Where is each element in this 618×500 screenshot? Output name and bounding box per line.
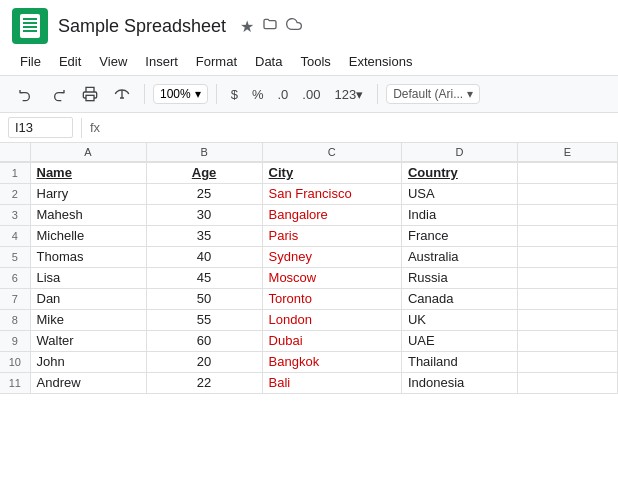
table-row[interactable]: 5Thomas40SydneyAustralia: [0, 246, 618, 267]
menu-tools[interactable]: Tools: [292, 50, 338, 73]
cell-city[interactable]: Sydney: [262, 246, 401, 267]
font-selector[interactable]: Default (Ari... ▾: [386, 84, 480, 104]
cell-city[interactable]: Bangalore: [262, 204, 401, 225]
cell-e-empty[interactable]: [518, 183, 618, 204]
redo-button[interactable]: [44, 80, 72, 108]
cell-name[interactable]: John: [30, 351, 146, 372]
menu-file[interactable]: File: [12, 50, 49, 73]
cell-city[interactable]: Paris: [262, 225, 401, 246]
cell-country[interactable]: Country: [401, 162, 517, 183]
star-icon[interactable]: ★: [240, 17, 254, 36]
cell-e-empty[interactable]: [518, 288, 618, 309]
cell-age[interactable]: 30: [146, 204, 262, 225]
table-row[interactable]: 7Dan50TorontoCanada: [0, 288, 618, 309]
cell-age[interactable]: 20: [146, 351, 262, 372]
currency-button[interactable]: $: [225, 85, 244, 104]
cell-name[interactable]: Lisa: [30, 267, 146, 288]
col-header-d[interactable]: D: [401, 143, 517, 162]
table-row[interactable]: 10John20BangkokThailand: [0, 351, 618, 372]
cell-e-empty[interactable]: [518, 309, 618, 330]
cell-name[interactable]: Name: [30, 162, 146, 183]
cell-e-empty[interactable]: [518, 162, 618, 183]
cell-country[interactable]: USA: [401, 183, 517, 204]
cell-country[interactable]: UAE: [401, 330, 517, 351]
cell-country[interactable]: Canada: [401, 288, 517, 309]
more-formats-button[interactable]: 123▾: [328, 85, 369, 104]
col-header-e[interactable]: E: [518, 143, 618, 162]
cell-name[interactable]: Michelle: [30, 225, 146, 246]
cloud-icon: [286, 16, 302, 36]
cell-country[interactable]: Australia: [401, 246, 517, 267]
cell-e-empty[interactable]: [518, 330, 618, 351]
cell-age[interactable]: 45: [146, 267, 262, 288]
cell-name[interactable]: Andrew: [30, 372, 146, 393]
cell-age[interactable]: 60: [146, 330, 262, 351]
cell-age[interactable]: 35: [146, 225, 262, 246]
cell-country[interactable]: Russia: [401, 267, 517, 288]
toolbar-divider-3: [377, 84, 378, 104]
table-row[interactable]: 8Mike55LondonUK: [0, 309, 618, 330]
cell-country[interactable]: Thailand: [401, 351, 517, 372]
cell-reference[interactable]: I13: [8, 117, 73, 138]
cell-age[interactable]: 50: [146, 288, 262, 309]
toolbar: 100% ▾ $ % .0 .00 123▾ Default (Ari... ▾: [0, 75, 618, 113]
col-header-c[interactable]: C: [262, 143, 401, 162]
cell-country[interactable]: UK: [401, 309, 517, 330]
cell-country[interactable]: France: [401, 225, 517, 246]
menu-data[interactable]: Data: [247, 50, 290, 73]
cell-age[interactable]: 22: [146, 372, 262, 393]
table-row[interactable]: 9Walter60DubaiUAE: [0, 330, 618, 351]
sheet-table: A B C D E 1NameAgeCityCountry2Harry25San…: [0, 143, 618, 394]
col-header-a[interactable]: A: [30, 143, 146, 162]
table-row[interactable]: 4Michelle35ParisFrance: [0, 225, 618, 246]
cell-country[interactable]: Indonesia: [401, 372, 517, 393]
table-row[interactable]: 6Lisa45MoscowRussia: [0, 267, 618, 288]
cell-name[interactable]: Mike: [30, 309, 146, 330]
cell-e-empty[interactable]: [518, 351, 618, 372]
table-row[interactable]: 3Mahesh30BangaloreIndia: [0, 204, 618, 225]
cell-city[interactable]: San Francisco: [262, 183, 401, 204]
percent-button[interactable]: %: [246, 85, 270, 104]
cell-name[interactable]: Thomas: [30, 246, 146, 267]
cell-e-empty[interactable]: [518, 204, 618, 225]
decimal-more-button[interactable]: .00: [296, 85, 326, 104]
folder-icon[interactable]: [262, 16, 278, 36]
cell-name[interactable]: Mahesh: [30, 204, 146, 225]
cell-age[interactable]: 40: [146, 246, 262, 267]
cell-city[interactable]: Toronto: [262, 288, 401, 309]
cell-e-empty[interactable]: [518, 246, 618, 267]
cell-name[interactable]: Walter: [30, 330, 146, 351]
spreadsheet-title[interactable]: Sample Spreadsheet: [58, 16, 226, 37]
paint-format-button[interactable]: [108, 80, 136, 108]
cell-e-empty[interactable]: [518, 372, 618, 393]
cell-e-empty[interactable]: [518, 267, 618, 288]
undo-button[interactable]: [12, 80, 40, 108]
print-button[interactable]: [76, 80, 104, 108]
cell-age[interactable]: Age: [146, 162, 262, 183]
table-row[interactable]: 2Harry25San FranciscoUSA: [0, 183, 618, 204]
cell-name[interactable]: Dan: [30, 288, 146, 309]
cell-name[interactable]: Harry: [30, 183, 146, 204]
menu-insert[interactable]: Insert: [137, 50, 186, 73]
cell-city[interactable]: Bangkok: [262, 351, 401, 372]
cell-e-empty[interactable]: [518, 225, 618, 246]
cell-age[interactable]: 25: [146, 183, 262, 204]
spreadsheet-container[interactable]: A B C D E 1NameAgeCityCountry2Harry25San…: [0, 143, 618, 394]
decimal-less-button[interactable]: .0: [272, 85, 295, 104]
menu-extensions[interactable]: Extensions: [341, 50, 421, 73]
col-header-b[interactable]: B: [146, 143, 262, 162]
cell-country[interactable]: India: [401, 204, 517, 225]
menu-edit[interactable]: Edit: [51, 50, 89, 73]
cell-city[interactable]: Dubai: [262, 330, 401, 351]
cell-city[interactable]: Moscow: [262, 267, 401, 288]
table-row[interactable]: 1NameAgeCityCountry: [0, 162, 618, 183]
menu-view[interactable]: View: [91, 50, 135, 73]
cell-city[interactable]: City: [262, 162, 401, 183]
cell-city[interactable]: Bali: [262, 372, 401, 393]
cell-age[interactable]: 55: [146, 309, 262, 330]
table-row[interactable]: 11Andrew22BaliIndonesia: [0, 372, 618, 393]
cell-city[interactable]: London: [262, 309, 401, 330]
zoom-selector[interactable]: 100% ▾: [153, 84, 208, 104]
svg-rect-0: [86, 95, 94, 100]
menu-format[interactable]: Format: [188, 50, 245, 73]
